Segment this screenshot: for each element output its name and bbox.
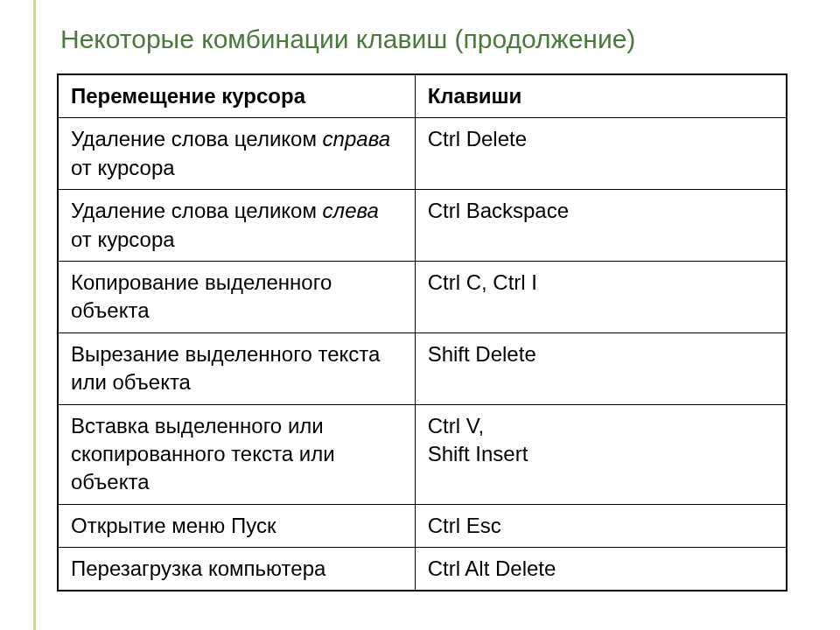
keys-cell: Ctrl Backspace (415, 190, 787, 262)
keys-cell: Ctrl C, Ctrl I (415, 261, 787, 332)
table-row: Вставка выделенного или скопированного т… (58, 404, 787, 504)
table-row: Открытие меню Пуск Ctrl Esc (58, 504, 787, 547)
action-cell: Копирование выделенного объекта (58, 261, 415, 332)
action-cell: Открытие меню Пуск (58, 504, 415, 547)
keys-cell: Ctrl V,Shift Insert (415, 404, 787, 504)
table-row: Удаление слова целиком слева от курсора … (58, 190, 787, 262)
decorative-vertical-line (33, 0, 36, 630)
action-cell: Вырезание выделенного текста или объекта (58, 332, 415, 404)
action-cell: Удаление слова целиком справа от курсора (58, 118, 415, 190)
table-header-row: Перемещение курсора Клавиши (58, 74, 787, 118)
keys-cell: Ctrl Esc (415, 504, 787, 547)
keys-cell: Ctrl Alt Delete (415, 548, 787, 592)
action-cell: Удаление слова целиком слева от курсора (58, 190, 415, 262)
action-cell: Вставка выделенного или скопированного т… (58, 404, 415, 504)
keys-cell: Ctrl Delete (415, 118, 787, 190)
table-row: Копирование выделенного объекта Ctrl C, … (58, 261, 787, 332)
table-row: Вырезание выделенного текста или объекта… (58, 332, 787, 404)
keys-cell: Shift Delete (415, 332, 787, 404)
slide-content: Некоторые комбинации клавиш (продолжение… (0, 0, 840, 618)
table-row: Перезагрузка компьютера Ctrl Alt Delete (58, 548, 787, 592)
header-action: Перемещение курсора (58, 74, 415, 118)
slide-title: Некоторые комбинации клавиш (продолжение… (57, 24, 788, 54)
action-cell: Перезагрузка компьютера (58, 548, 415, 592)
table-row: Удаление слова целиком справа от курсора… (58, 118, 787, 190)
shortcuts-table: Перемещение курсора Клавиши Удаление сло… (57, 74, 788, 592)
header-keys: Клавиши (415, 74, 787, 118)
